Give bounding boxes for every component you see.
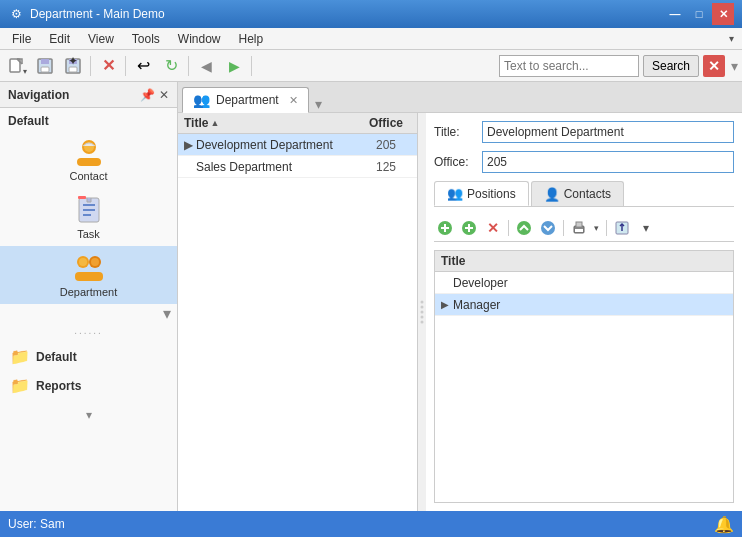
sub-tabs: 👥 Positions 👤 Contacts (434, 181, 734, 207)
positions-list: Title Developer ▶ Manager (434, 250, 734, 503)
row-office: 125 (361, 160, 411, 174)
delete-position-button[interactable]: ✕ (482, 217, 504, 239)
nav-close-button[interactable]: ✕ (159, 88, 169, 102)
department-tab[interactable]: 👥 Department ✕ (182, 87, 309, 113)
office-input[interactable] (482, 151, 734, 173)
status-bar: User: Sam 🔔 (0, 511, 742, 537)
move-down-button[interactable] (537, 217, 559, 239)
svg-point-23 (421, 306, 424, 309)
nav-pin-button[interactable]: 📌 (140, 88, 155, 102)
position-row[interactable]: Developer (435, 272, 733, 294)
positions-tab[interactable]: 👥 Positions (434, 181, 529, 206)
nav-item-contact[interactable]: Contact (0, 130, 177, 188)
new-button[interactable]: ▾ (4, 53, 30, 79)
list-panel: Title ▲ Office ▶ Development Department … (178, 113, 418, 511)
default-folder-label: Default (36, 350, 77, 364)
save-alt-button[interactable]: ✦ (60, 53, 86, 79)
svg-point-33 (517, 221, 531, 235)
svg-point-24 (421, 311, 424, 314)
search-button[interactable]: Search (643, 55, 699, 77)
print-dropdown-arrow[interactable]: ▾ (590, 217, 602, 239)
svg-point-18 (79, 258, 87, 266)
add-link-button[interactable] (458, 217, 480, 239)
move-up-button[interactable] (513, 217, 535, 239)
position-title: Developer (453, 276, 727, 290)
notification-bell-icon[interactable]: 🔔 (714, 515, 734, 534)
menu-file[interactable]: File (4, 28, 39, 49)
department-label: Department (60, 286, 117, 298)
menu-window[interactable]: Window (170, 28, 229, 49)
print-button[interactable] (568, 217, 590, 239)
title-field: Title: (434, 121, 734, 143)
nav-item-department[interactable]: Department (0, 246, 177, 304)
menu-bar: File Edit View Tools Window Help ▾ (0, 28, 742, 50)
positions-title-header: Title (441, 254, 711, 268)
search-area: Search ✕ ▾ (499, 55, 738, 77)
task-label: Task (77, 228, 100, 240)
window-title: Department - Main Demo (30, 7, 165, 21)
menu-overflow-arrow[interactable]: ▾ (729, 33, 738, 44)
row-office: 205 (361, 138, 411, 152)
print-dropdown: ▾ (568, 217, 602, 239)
forward-button[interactable]: ▶ (221, 53, 247, 79)
nav-section-default: Default (0, 108, 177, 130)
list-header: Title ▲ Office (178, 113, 417, 134)
list-row[interactable]: ▶ Development Department 205 (178, 134, 417, 156)
nav-folder-reports[interactable]: 📁 Reports (0, 371, 177, 400)
reports-folder-icon: 📁 (10, 376, 30, 395)
svg-point-26 (421, 321, 424, 324)
position-row[interactable]: ▶ Manager (435, 294, 733, 316)
close-button[interactable]: ✕ (712, 3, 734, 25)
menu-help[interactable]: Help (231, 28, 272, 49)
list-row[interactable]: Sales Department 125 (178, 156, 417, 178)
contacts-tab-icon: 👤 (544, 187, 560, 202)
maximize-button[interactable]: □ (688, 3, 710, 25)
toolbar-overflow-arrow[interactable]: ▾ (731, 58, 738, 74)
minimize-button[interactable]: — (664, 3, 686, 25)
detail-panel: Title: Office: 👥 Positions 👤 Contacts (426, 113, 742, 511)
menu-view[interactable]: View (80, 28, 122, 49)
contacts-tab[interactable]: 👤 Contacts (531, 181, 624, 206)
delete-button[interactable]: ✕ (95, 53, 121, 79)
search-input[interactable] (499, 55, 639, 77)
app-icon: ⚙ (8, 6, 24, 22)
svg-point-25 (421, 316, 424, 319)
nav-bottom-arrow[interactable]: ▾ (0, 404, 177, 426)
reports-folder-label: Reports (36, 379, 81, 393)
row-indicator: ▶ (441, 299, 453, 310)
undo-button[interactable]: ↩ (130, 53, 156, 79)
row-title: Sales Department (196, 160, 361, 174)
nav-item-task[interactable]: Task (0, 188, 177, 246)
search-clear-button[interactable]: ✕ (703, 55, 725, 77)
menu-edit[interactable]: Edit (41, 28, 78, 49)
office-field: Office: (434, 151, 734, 173)
nav-scroll-down[interactable]: ▾ (0, 304, 177, 323)
more-options-button[interactable]: ▾ (635, 217, 657, 239)
nav-folder-default[interactable]: 📁 Default (0, 342, 177, 371)
save-button[interactable] (32, 53, 58, 79)
resize-handle[interactable] (418, 113, 426, 511)
tab-overflow-arrow[interactable]: ▾ (315, 96, 322, 112)
menu-tools[interactable]: Tools (124, 28, 168, 49)
svg-rect-21 (75, 272, 103, 281)
contact-label: Contact (70, 170, 108, 182)
svg-rect-11 (77, 158, 101, 166)
contacts-tab-label: Contacts (564, 187, 611, 201)
refresh-button[interactable]: ↻ (158, 53, 184, 79)
title-sort-arrow: ▲ (210, 118, 219, 128)
default-folder-icon: 📁 (10, 347, 30, 366)
back-button[interactable]: ◀ (193, 53, 219, 79)
add-position-button[interactable] (434, 217, 456, 239)
split-content: Title ▲ Office ▶ Development Department … (178, 113, 742, 511)
title-label: Title: (434, 125, 474, 139)
export-button[interactable] (611, 217, 633, 239)
main-container: Navigation 📌 ✕ Default Contact (0, 82, 742, 511)
svg-rect-3 (41, 59, 49, 64)
title-input[interactable] (482, 121, 734, 143)
title-column-header[interactable]: Title ▲ (184, 116, 361, 130)
svg-rect-16 (78, 196, 86, 199)
toolbar: ▾ ✦ ✕ ↩ ↻ ◀ ▶ Search ✕ ▾ (0, 50, 742, 82)
office-column-header[interactable]: Office (361, 116, 411, 130)
department-tab-close[interactable]: ✕ (289, 94, 298, 107)
user-label: User: Sam (8, 517, 65, 531)
